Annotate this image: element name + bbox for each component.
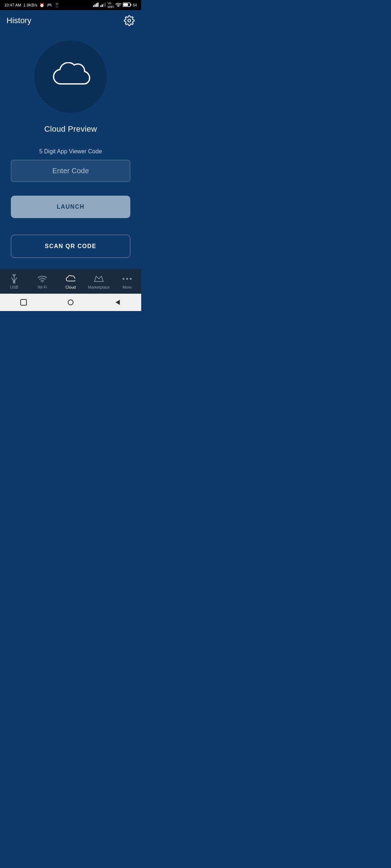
svg-point-18: [123, 278, 125, 280]
marketplace-icon: [94, 274, 104, 284]
status-bar: 10:47 AM 1.9KB/s ⏰ 🎮 📱 VoWiFi: [0, 0, 141, 10]
back-button[interactable]: [113, 298, 122, 307]
page-title: History: [7, 16, 31, 25]
svg-rect-0: [93, 5, 94, 7]
cloud-icon: [51, 62, 91, 91]
svg-point-8: [118, 6, 119, 7]
cloud-preview-label: Cloud Preview: [44, 124, 97, 134]
svg-point-19: [126, 278, 128, 280]
svg-rect-11: [123, 4, 128, 6]
svg-point-15: [13, 282, 15, 284]
svg-rect-3: [97, 3, 98, 7]
marketplace-label: Marketplace: [88, 285, 110, 289]
settings-icon[interactable]: [124, 15, 135, 26]
nav-item-marketplace[interactable]: Marketplace: [85, 273, 113, 291]
home-button[interactable]: [66, 298, 75, 307]
svg-rect-7: [105, 3, 106, 7]
wifi-label: Wi-Fi: [38, 285, 47, 289]
wifi-nav-icon: [38, 274, 47, 284]
usb-icon: [9, 274, 19, 284]
wifi-icon: [115, 3, 121, 8]
svg-rect-21: [21, 299, 26, 305]
time: 10:47 AM: [4, 3, 21, 7]
system-nav-bar: [0, 294, 141, 311]
battery-icon: [123, 3, 131, 8]
main-content: Cloud Preview 5 Digit App Viewer Code LA…: [0, 30, 141, 269]
battery-percent: 64: [133, 3, 137, 7]
nav-item-cloud[interactable]: Cloud: [56, 273, 85, 291]
code-input-wrapper[interactable]: [11, 160, 130, 182]
signal2-icon: [100, 3, 106, 8]
discord-icon: 🎮: [47, 3, 52, 8]
scan-qr-button[interactable]: SCAN QR CODE: [11, 235, 130, 258]
svg-rect-6: [103, 3, 104, 7]
svg-point-12: [128, 19, 131, 22]
whatsapp-icon: 📱: [54, 3, 60, 8]
usb-label: USB: [10, 285, 18, 289]
svg-rect-4: [100, 5, 101, 7]
launch-button[interactable]: LAUNCH: [11, 196, 130, 218]
nav-item-wifi[interactable]: Wi-Fi: [28, 273, 56, 291]
vo-wifi-label: VoWiFi: [108, 1, 114, 9]
nav-item-usb[interactable]: USB: [0, 273, 28, 291]
svg-rect-1: [94, 4, 96, 7]
more-icon: [122, 274, 132, 284]
viewer-code-label: 5 Digit App Viewer Code: [39, 148, 102, 155]
cloud-circle: [34, 41, 107, 113]
speed: 1.9KB/s: [23, 3, 37, 7]
status-right: VoWiFi 64: [93, 1, 137, 9]
recent-apps-button[interactable]: [19, 298, 28, 307]
status-left: 10:47 AM 1.9KB/s ⏰ 🎮 📱: [4, 3, 60, 8]
more-label: More: [122, 285, 131, 289]
alarm-icon: ⏰: [39, 3, 45, 8]
svg-point-16: [42, 281, 43, 282]
svg-rect-10: [130, 4, 131, 6]
svg-marker-23: [115, 300, 120, 305]
svg-rect-5: [102, 4, 103, 7]
code-input[interactable]: [11, 160, 130, 182]
nav-item-more[interactable]: More: [113, 273, 141, 291]
signal-icon: [93, 3, 99, 8]
bottom-nav: USB Wi-Fi Cloud Marketp: [0, 269, 141, 294]
svg-point-20: [130, 278, 132, 280]
cloud-label: Cloud: [66, 285, 76, 289]
svg-rect-2: [96, 3, 97, 7]
svg-point-22: [68, 300, 73, 305]
cloud-nav-icon: [66, 274, 75, 284]
app-header: History: [0, 10, 141, 30]
